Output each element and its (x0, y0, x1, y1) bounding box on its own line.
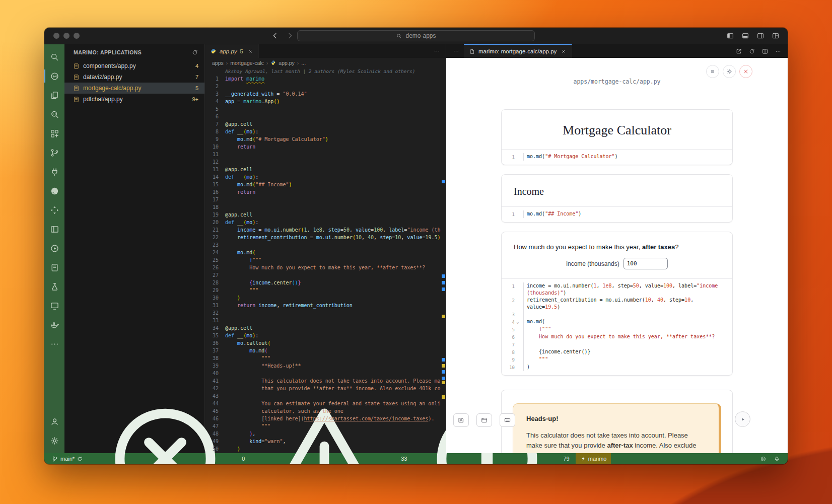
code-line[interactable]: 29 """ (205, 286, 441, 294)
code-line[interactable]: 39 **Heads-up!** (205, 362, 441, 370)
activity-bar-item-account-icon[interactable] (44, 412, 64, 431)
code-line[interactable]: 21 income = mo.ui.number(1, 1e8, step=50… (205, 226, 441, 234)
file-row-mortgage-calc/app.py[interactable]: mortgage-calc/app.py5 (64, 83, 204, 94)
cell-code[interactable]: 1mo.md("# Mortgage Calculator") (502, 150, 732, 165)
activity-bar-item-code-search-icon[interactable] (44, 105, 64, 124)
marimo-shutdown-button[interactable] (739, 65, 752, 78)
save-button[interactable] (453, 413, 469, 427)
code-line[interactable]: 26 How much do you expect to make this y… (205, 264, 441, 271)
overview-ruler[interactable] (441, 67, 446, 453)
code-line[interactable]: 31 return income, retirement_contributio… (205, 302, 441, 309)
code-line[interactable]: 41 This calculator does not take taxes i… (205, 377, 441, 385)
activity-bar-item-plug-icon[interactable] (44, 162, 64, 181)
activity-bar-item-screen-icon[interactable] (44, 296, 64, 315)
tab-app-py[interactable]: app.py 5 (205, 44, 259, 58)
code-line[interactable]: 33 (205, 317, 441, 324)
code-line[interactable]: 15 mo.md("## Income") (205, 181, 441, 188)
run-cells-button[interactable] (735, 411, 750, 427)
code-line[interactable]: 20def __(mo): (205, 219, 441, 226)
income-number-input[interactable] (623, 258, 668, 269)
code-line[interactable]: 42 that you provide **after-tax** income… (205, 385, 441, 392)
more-actions-icon[interactable] (775, 48, 782, 55)
activity-bar-item-search-icon[interactable] (44, 47, 64, 66)
activity-bar-item-gear-icon[interactable] (44, 431, 64, 450)
breadcrumb-item[interactable]: ... (301, 60, 306, 66)
reload-preview-icon[interactable] (748, 48, 755, 55)
code-line[interactable]: 23 (205, 241, 441, 249)
tab-overflow[interactable] (428, 44, 446, 58)
activity-bar-item-more-icon[interactable] (44, 334, 64, 353)
breadcrumb-item[interactable]: apps (212, 60, 224, 66)
close-tab-icon[interactable] (561, 48, 567, 54)
cell-code[interactable]: 1income = mo.ui.number(1, 1e8, step=50, … (502, 279, 732, 375)
code-line[interactable]: 34@app.cell (205, 324, 441, 332)
activity-bar-item-github-icon[interactable] (44, 181, 64, 200)
git-branch-item[interactable]: main* (49, 453, 86, 464)
activity-bar-item-beaker-icon[interactable] (44, 277, 64, 296)
feedback-item[interactable] (757, 456, 769, 462)
toggle-secondary-sidebar-icon[interactable] (756, 32, 765, 40)
open-external-icon[interactable] (735, 48, 742, 55)
breadcrumb-item[interactable]: mortgage-calc (230, 60, 264, 66)
minimize-window-button[interactable] (63, 33, 70, 39)
code-line[interactable]: 28 {income.center()} (205, 279, 441, 286)
marimo-menu-button[interactable] (706, 65, 719, 78)
code-line[interactable]: 38 """ (205, 354, 441, 362)
file-row-components/app.py[interactable]: components/app.py4 (64, 60, 204, 71)
code-line[interactable]: 36 mo.callout( (205, 339, 441, 347)
command-center-search[interactable]: demo-apps (297, 30, 535, 41)
code-line[interactable]: 2 (205, 83, 441, 90)
back-icon[interactable] (271, 32, 279, 40)
code-line[interactable]: 3__generated_with = "0.0.14" (205, 90, 441, 98)
open-app-button[interactable] (476, 413, 492, 427)
forward-icon[interactable] (286, 32, 294, 40)
code-line[interactable]: 10 return (205, 143, 441, 151)
code-line[interactable]: 40 (205, 370, 441, 377)
code-line[interactable]: 17 (205, 196, 441, 203)
marimo-settings-button[interactable] (723, 65, 736, 78)
breadcrumb-item[interactable]: app.py (279, 60, 295, 66)
code-line[interactable]: 24 mo.md( (205, 249, 441, 256)
code-line[interactable]: 7@app.cell (205, 120, 441, 128)
code-editor[interactable]: Akshay Agrawal, last month | 2 authors (… (205, 67, 446, 453)
code-line[interactable]: 9 mo.md("# Mortgage Calculator") (205, 135, 441, 143)
code-line[interactable]: 18 (205, 203, 441, 211)
activity-bar-item-docker-icon[interactable] (44, 315, 64, 334)
code-line[interactable]: 12 (205, 158, 441, 166)
customize-layout-icon[interactable] (772, 32, 780, 40)
split-editor-icon[interactable] (761, 48, 769, 55)
activity-bar-item-remote-icon[interactable] (44, 200, 64, 220)
notifications-item[interactable] (771, 456, 783, 462)
refresh-icon[interactable] (191, 49, 198, 56)
keyboard-shortcuts-button[interactable] (500, 413, 515, 427)
code-line[interactable]: 49 kind="warn", (205, 438, 441, 445)
file-row-dataviz/app.py[interactable]: dataviz/app.py7 (64, 71, 204, 83)
tabbar-lead-overflow[interactable] (446, 44, 464, 58)
code-line[interactable]: 4app = marimo.App() (205, 98, 441, 105)
code-line[interactable]: 30 ) (205, 294, 441, 302)
activity-bar-item-layout-icon[interactable] (44, 220, 64, 239)
code-line[interactable]: 43 (205, 392, 441, 400)
code-line[interactable]: 27 (205, 271, 441, 279)
code-line[interactable]: 22 retirement_contribution = mo.ui.numbe… (205, 234, 441, 241)
tab-marimo-preview[interactable]: marimo: mortgage-calc/app.py (464, 44, 572, 58)
cell-code[interactable]: 1mo.md("## Income") (502, 207, 732, 222)
toggle-sidebar-icon[interactable] (726, 32, 734, 40)
activity-bar-item-symbols-icon[interactable] (44, 124, 64, 143)
code-line[interactable]: 32 (205, 309, 441, 317)
code-line[interactable]: 6 (205, 113, 441, 120)
code-line[interactable]: 25 f""" (205, 256, 441, 264)
code-line[interactable]: 1import marimo (205, 75, 441, 83)
code-line[interactable]: 19@app.cell (205, 211, 441, 219)
code-line[interactable]: 35def __(mo): (205, 332, 441, 339)
activity-bar-item-source-control-icon[interactable] (44, 143, 64, 162)
code-line[interactable]: 13@app.cell (205, 166, 441, 173)
code-line[interactable]: 8def __(mo): (205, 128, 441, 135)
code-line[interactable]: 14def __(mo): (205, 173, 441, 181)
file-row-pdfchat/app.py[interactable]: pdfchat/app.py9+ (64, 94, 204, 105)
activity-bar-item-notebook-icon[interactable] (44, 258, 64, 277)
close-window-button[interactable] (53, 33, 59, 39)
breadcrumb[interactable]: apps›mortgage-calc›app.py›... (205, 58, 446, 67)
activity-bar-item-files-icon[interactable] (44, 86, 64, 105)
activity-bar-item-marimo-icon[interactable] (44, 66, 64, 86)
